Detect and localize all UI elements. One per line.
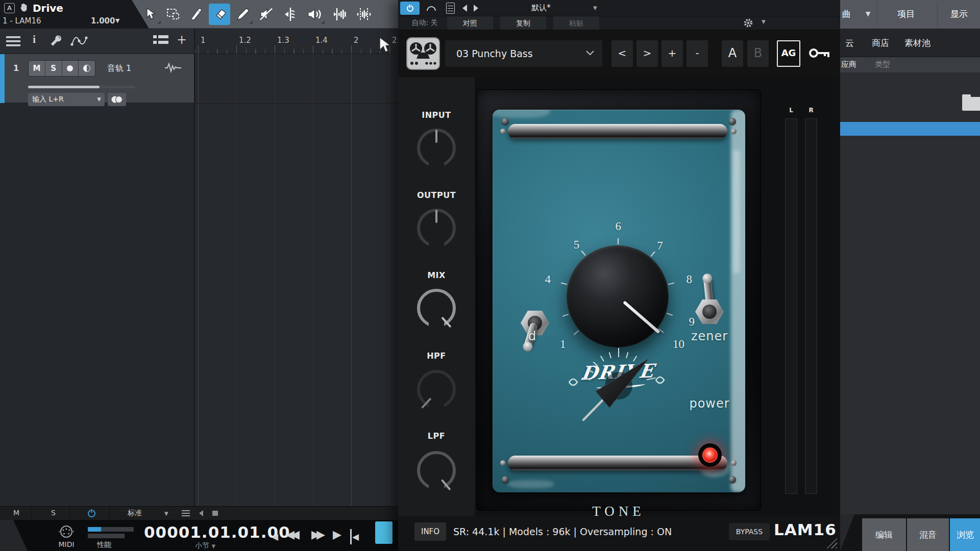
record-arm-button[interactable]: [62, 61, 79, 76]
level-meter-right: [805, 118, 817, 494]
preset-dropdown-icon[interactable]: ▼: [593, 5, 597, 11]
info-button[interactable]: INFO: [414, 522, 446, 541]
preset-list-icon[interactable]: [446, 3, 455, 14]
preset-selector[interactable]: 03 Punchy Bass: [445, 40, 602, 67]
record-pad-button[interactable]: [375, 521, 393, 544]
volume-slider[interactable]: [28, 86, 135, 88]
prev-preset-button[interactable]: <: [611, 40, 633, 67]
ruler-beat-line: [198, 45, 199, 54]
ag-button[interactable]: AG: [777, 40, 800, 67]
zoom-dropdown-icon[interactable]: ▼: [115, 17, 119, 24]
prev-preset-icon[interactable]: [462, 5, 467, 12]
screw-icon: [502, 476, 509, 483]
time-unit-select[interactable]: 小节 ▼: [144, 541, 266, 550]
eraser-tool[interactable]: [209, 4, 230, 25]
plugin-power-button[interactable]: [400, 2, 420, 15]
arrange-area[interactable]: [194, 54, 398, 506]
tone-knob[interactable]: [565, 332, 672, 439]
fast-forward-button[interactable]: ▶▶: [311, 527, 322, 542]
tab-edit[interactable]: 编辑: [862, 518, 906, 551]
list-icon[interactable]: [182, 510, 190, 516]
gear-icon[interactable]: [743, 18, 753, 28]
mix-knob[interactable]: [417, 289, 456, 328]
range-tool[interactable]: [163, 4, 184, 25]
timeline-ruler[interactable]: 11.21.31.422.2: [194, 29, 398, 54]
license-key-icon[interactable]: [806, 40, 833, 67]
mute-button[interactable]: M: [29, 61, 45, 76]
save-preset-button[interactable]: +: [662, 40, 683, 67]
chevron-down-icon: [586, 51, 594, 56]
input-knob-pointer: [435, 130, 437, 143]
stereo-mode-button[interactable]: [108, 93, 126, 106]
preset-dropdown-icon[interactable]: ▼: [164, 511, 168, 516]
solo-all-button[interactable]: S: [51, 509, 56, 517]
play-button[interactable]: ▶: [333, 527, 341, 542]
preset-select[interactable]: 标准: [128, 509, 142, 518]
solo-button[interactable]: S: [45, 61, 62, 76]
tab-cloud[interactable]: 云: [845, 37, 854, 49]
wave-play-tool[interactable]: [330, 4, 351, 25]
output-knob[interactable]: [417, 209, 456, 247]
power-button[interactable]: [88, 510, 95, 519]
automation-badge-icon[interactable]: A: [4, 3, 15, 13]
folder-icon[interactable]: [962, 97, 980, 111]
monitor-button[interactable]: [79, 61, 95, 76]
dropdown-icon[interactable]: ▼: [866, 10, 870, 17]
split-tool[interactable]: [185, 4, 207, 25]
bend-tool[interactable]: [280, 4, 301, 25]
automation-mode-button[interactable]: 自动: 关: [402, 18, 447, 28]
midi-indicator: MIDI: [54, 525, 79, 548]
mute-all-button[interactable]: M: [13, 509, 19, 517]
waveform-icon[interactable]: [164, 62, 182, 73]
filter-vendor[interactable]: 应商: [841, 60, 856, 69]
copy-button[interactable]: 复制: [500, 16, 546, 30]
bypass-button[interactable]: BYPASS: [729, 523, 770, 540]
delete-preset-button[interactable]: -: [687, 40, 708, 67]
tab-show[interactable]: 显示: [950, 8, 968, 20]
add-track-button[interactable]: +: [177, 33, 187, 47]
ab-b-button[interactable]: B: [747, 40, 769, 67]
layers-icon[interactable]: [153, 34, 168, 45]
tab-browse[interactable]: 浏览: [950, 518, 980, 551]
screw-icon: [731, 129, 737, 134]
rewind-button[interactable]: ◀◀: [286, 527, 296, 542]
wrench-icon[interactable]: [49, 34, 62, 47]
drive-scale-tick: [561, 282, 567, 285]
filter-type[interactable]: 类型: [875, 60, 890, 69]
track-name[interactable]: 音轨 1: [107, 63, 131, 74]
paste-button[interactable]: 粘贴: [553, 16, 599, 30]
ab-a-button[interactable]: A: [722, 40, 743, 67]
gear-dropdown-icon[interactable]: ▼: [762, 19, 766, 24]
track-header[interactable]: 1 M S 音轨 1 输入 L+R ▼: [0, 54, 194, 103]
return-to-start-button[interactable]: ◀: [350, 529, 359, 544]
input-select[interactable]: 输入 L+R ▼: [28, 93, 105, 106]
input-knob[interactable]: [417, 129, 456, 167]
paint-tool[interactable]: [232, 4, 254, 25]
next-preset-icon[interactable]: [474, 5, 478, 12]
compare-button[interactable]: 对照: [447, 16, 493, 30]
menu-icon[interactable]: [6, 36, 20, 46]
tab-song[interactable]: 曲: [842, 8, 851, 20]
browser-content[interactable]: [840, 72, 980, 514]
inspector-icon[interactable]: i: [33, 33, 36, 46]
tab-mix[interactable]: 混音: [907, 518, 949, 551]
wave-stretch-tool[interactable]: [353, 4, 375, 25]
selected-list-item[interactable]: [840, 122, 980, 136]
plugin-automation-icon[interactable]: [422, 2, 441, 15]
collapse-left-icon[interactable]: [199, 510, 203, 516]
time-display[interactable]: 00001.01.01.00: [144, 523, 266, 541]
listen-tool[interactable]: [304, 4, 326, 25]
plugin-preset-name[interactable]: 默认*: [490, 3, 592, 13]
automation-curve-icon[interactable]: [70, 34, 88, 47]
tab-shop[interactable]: 商店: [872, 37, 889, 49]
lpf-knob[interactable]: [417, 451, 456, 490]
stop-square-icon[interactable]: [212, 511, 218, 516]
tab-pool[interactable]: 素材池: [904, 37, 930, 49]
hpf-knob[interactable]: [417, 370, 456, 409]
step-back-button[interactable]: ◀: [272, 529, 278, 544]
zoom-value[interactable]: 1.000: [91, 16, 115, 26]
tab-project[interactable]: 项目: [897, 8, 915, 20]
hand-icon[interactable]: [18, 2, 30, 13]
next-preset-button[interactable]: >: [636, 40, 658, 67]
mute-tool[interactable]: [256, 4, 277, 25]
